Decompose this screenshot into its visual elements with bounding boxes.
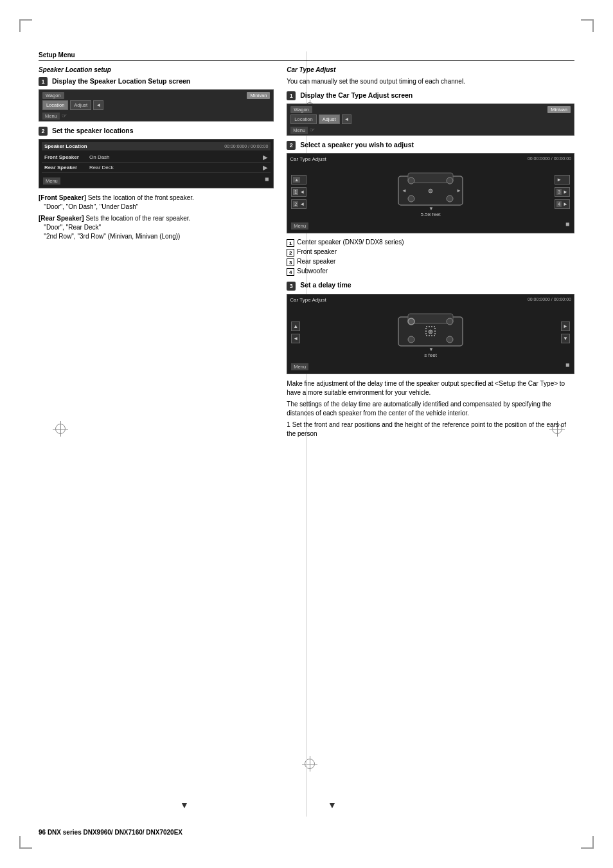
rs1-buttons: Location Adjust ◄: [290, 114, 351, 124]
car-type-screen-2: Car Type Adjust 00:00:0000 / 00:00:00 ▲ …: [287, 153, 574, 233]
car3-arr-down[interactable]: ▼: [563, 336, 568, 341]
sloc-time: 00:00:0000 / 00:00:00: [224, 144, 268, 149]
step1-badge: 1: [39, 77, 48, 86]
rs1-menu-btn[interactable]: Menu: [290, 127, 308, 134]
step2-item-4: 4 Subwoofer: [287, 267, 574, 276]
car-left-ctrl: ▲ 1 ◄ 2 ◄: [291, 175, 306, 209]
corner-mark-tl: [19, 19, 32, 32]
step2-item-3: 3 Rear speaker: [287, 258, 574, 266]
sloc-front-value: On Dash: [89, 154, 263, 160]
rs1-btn-location[interactable]: Location: [290, 114, 316, 124]
right-step1-header: 1 Display the Car Type Adjust screen: [287, 91, 574, 100]
front-speaker-desc: [Front Speaker] Sets the location of the…: [39, 194, 274, 241]
page-footer: 96 DNX series DNX9960/ DNX7160/ DNX7020E…: [39, 829, 182, 836]
step2-item-1: 1 Center speaker (DNX9/ DDX8 series): [287, 239, 574, 247]
item-badge-4: 4: [287, 268, 294, 276]
item-badge-2: 2: [287, 249, 294, 257]
sloc-rear-value: Rear Deck: [89, 165, 263, 170]
car-screen2-nav: ◼: [565, 221, 570, 227]
step3-desc: Make fine adjustment of the delay time o…: [287, 379, 574, 439]
sloc-menu-btn[interactable]: Menu: [43, 177, 60, 185]
screen-label-minivan: Minivan: [247, 92, 270, 99]
car-distance-label: 5.58 feet: [421, 212, 441, 217]
svg-point-6: [429, 189, 432, 193]
right-intro-text: You can manually set the sound output ti…: [287, 77, 574, 86]
ctrl-badge-1: 1: [293, 189, 298, 195]
svg-rect-1: [408, 173, 453, 183]
svg-point-14: [408, 336, 414, 343]
car3-distance-hint: s feet: [424, 352, 437, 358]
left-step2-header: 2 Set the speaker locations: [39, 127, 274, 136]
svg-point-5: [447, 195, 453, 202]
car-type-screen-3: Car Type Adjust 00:00:0000 / 00:00:00 ▲ …: [287, 294, 574, 374]
ctrl-badge-3: 3: [556, 189, 562, 195]
screen-back-icon[interactable]: ◄: [93, 100, 103, 110]
ctrl-arr-left-1[interactable]: ◄: [299, 189, 305, 195]
main-columns: Speaker Location setup 1 Display the Spe…: [39, 66, 574, 442]
sloc-rear-label: Rear Speaker: [44, 165, 89, 170]
screen-buttons: Location Adjust ◄: [42, 100, 103, 110]
speaker-num-1: ▲: [293, 177, 300, 183]
car-screen2-header: Car Type Adjust 00:00:0000 / 00:00:00: [290, 156, 571, 162]
car3-body-svg: ▼ ☞: [395, 307, 466, 352]
step2-badge: 2: [39, 127, 48, 136]
car-screen3-menu-btn[interactable]: Menu: [291, 363, 308, 370]
car3-ctrl-down: ▼: [561, 334, 570, 343]
car-screen2-menu-btn[interactable]: Menu: [291, 222, 308, 230]
car3-ctrl-right: ►: [561, 321, 570, 331]
item-text-1: Center speaker (DNX9/ DDX8 series): [297, 239, 404, 246]
right-step1-label: Display the Car Type Adjust screen: [300, 91, 413, 99]
svg-text:▼: ▼: [429, 206, 434, 212]
car-body-container: ◄ ► ▼ 5.58 feet: [309, 167, 552, 217]
screen-menu-btn[interactable]: Menu: [42, 113, 60, 120]
down-arrow-right: ▼: [328, 800, 337, 810]
svg-point-3: [447, 177, 453, 184]
screen-btn-location[interactable]: Location: [42, 100, 68, 110]
front-speaker-options: "Door", "On Dash", "Under Dash": [39, 203, 138, 210]
car-ctrl-left-1: 1 ◄: [291, 187, 306, 197]
rs1-btn-row: Location Adjust ◄: [290, 114, 571, 124]
car-ctrl-right-2: 4 ►: [555, 199, 570, 209]
speaker-location-screen: Speaker Location 00:00:0000 / 00:00:00 F…: [39, 139, 274, 188]
step3-desc-3: 1 Set the front and rear positions and t…: [287, 420, 574, 439]
ctrl-arr-right-2[interactable]: ►: [563, 201, 568, 207]
ctrl-arr-right-1[interactable]: ►: [563, 189, 568, 195]
car3-left-ctrl: ▲ ◄: [291, 321, 300, 343]
svg-text:◄: ◄: [402, 188, 407, 194]
svg-point-12: [408, 318, 414, 325]
svg-text:☞: ☞: [429, 329, 432, 334]
screen-btn-adjust[interactable]: Adjust: [70, 100, 91, 110]
right-step1-badge: 1: [287, 91, 296, 100]
car3-arr-up[interactable]: ▲: [293, 323, 298, 329]
step2-item-2: 2 Front speaker: [287, 248, 574, 257]
down-arrow-left: ▼: [180, 800, 189, 810]
ctrl-arr-left-2[interactable]: ◄: [299, 201, 305, 207]
car-screen2-footer: Menu ◼: [290, 220, 571, 230]
car-screen2-time: 00:00:0000 / 00:00:00: [528, 156, 571, 162]
ctrl-arr-right-top[interactable]: ►: [556, 177, 562, 183]
front-speaker-item: [Front Speaker] Sets the location of the…: [39, 194, 274, 212]
car-ctrl-top-left: ▲: [291, 175, 306, 185]
sloc-footer: Menu ◼: [42, 175, 271, 185]
svg-text:►: ►: [456, 188, 461, 194]
rs1-btn-adjust[interactable]: Adjust: [319, 114, 340, 124]
car3-body-container: ▼ ☞ s feet: [303, 307, 558, 358]
sloc-front-arrow[interactable]: ▶: [263, 154, 268, 161]
rs1-top-row: Wagon Minivan: [290, 106, 571, 113]
left-column: Speaker Location setup 1 Display the Spe…: [39, 66, 274, 442]
car-diagram-2: ▲ 1 ◄ 2 ◄: [290, 164, 571, 220]
car-ctrl-left-2: 2 ◄: [291, 199, 306, 209]
car3-arr-left[interactable]: ◄: [293, 336, 298, 341]
car-body-svg: ◄ ► ▼: [395, 167, 466, 212]
car-right-ctrl: ► 3 ► 4 ►: [555, 175, 570, 209]
car-screen3-header: Car Type Adjust 00:00:0000 / 00:00:00: [290, 297, 571, 303]
sloc-rear-arrow[interactable]: ▶: [263, 164, 268, 171]
car3-arr-right[interactable]: ►: [563, 323, 568, 329]
right-column: Car Type Adjust You can manually set the…: [287, 66, 574, 442]
left-step1-header: 1 Display the Speaker Location Setup scr…: [39, 77, 274, 86]
screen-menu: Menu ☞: [42, 111, 270, 119]
sloc-header: Speaker Location 00:00:0000 / 00:00:00: [42, 142, 271, 150]
rs1-back-icon[interactable]: ◄: [342, 114, 352, 124]
right-step2-label: Select a speaker you wish to adjust: [300, 141, 414, 149]
ctrl-badge-2: 2: [293, 201, 298, 207]
